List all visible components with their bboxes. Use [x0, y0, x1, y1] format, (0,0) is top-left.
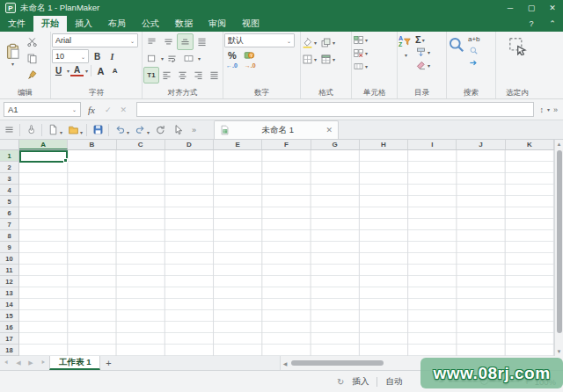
add-decimal-button[interactable]: ←.0 — [226, 62, 238, 69]
row-header[interactable]: 4 — [0, 185, 18, 196]
column-header[interactable]: K — [506, 140, 554, 149]
row-header[interactable]: 7 — [0, 219, 18, 230]
row-header[interactable]: 1 — [0, 150, 18, 162]
horizontal-scroll-thumb[interactable] — [291, 360, 384, 366]
goto-icon[interactable] — [469, 58, 479, 68]
column-header[interactable]: E — [214, 140, 262, 149]
row-header[interactable]: 16 — [0, 322, 18, 333]
calc-mode-indicator[interactable]: 自动 — [385, 376, 402, 388]
column-header[interactable]: H — [360, 140, 408, 149]
column-header[interactable]: D — [165, 140, 214, 149]
menu-tab[interactable]: 布局 — [100, 16, 134, 32]
help-button[interactable]: ? — [521, 16, 542, 32]
row-header[interactable]: 17 — [0, 333, 18, 345]
toolbar-overflow-button[interactable]: » — [192, 126, 196, 134]
italic-button[interactable]: I — [106, 52, 119, 62]
font-color-button[interactable]: A — [70, 66, 84, 76]
row-header[interactable]: 18 — [0, 345, 18, 356]
align-center-button[interactable] — [175, 67, 191, 83]
select-icon[interactable] — [508, 36, 527, 55]
formula-bar-dropdown[interactable]: ▾ — [547, 106, 550, 113]
pointer-mode-button[interactable] — [169, 122, 186, 138]
eraser-icon[interactable] — [415, 60, 427, 71]
scroll-down-icon[interactable]: ▼ — [557, 347, 562, 356]
fill-color-icon[interactable] — [302, 37, 313, 48]
menu-tab[interactable]: 文件 — [0, 16, 33, 32]
replace-button[interactable]: a+b — [468, 35, 480, 43]
confirm-entry-button[interactable]: ✓ — [105, 105, 112, 114]
column-header[interactable]: G — [311, 140, 360, 149]
format-painter-button[interactable] — [24, 67, 40, 83]
row-column-icon[interactable] — [353, 61, 364, 72]
bold-button[interactable]: B — [91, 52, 104, 62]
delete-cells-icon[interactable] — [353, 47, 364, 59]
grow-font-button[interactable]: A — [94, 66, 107, 76]
align-bottom-button[interactable] — [177, 33, 194, 50]
menu-tab[interactable]: 视图 — [234, 16, 267, 32]
open-button[interactable] — [64, 122, 82, 138]
close-document-icon[interactable]: ✕ — [326, 126, 333, 134]
row-header[interactable]: 10 — [0, 253, 18, 265]
last-sheet-icon[interactable]: ⯈ — [37, 356, 49, 370]
row-header[interactable]: 2 — [0, 162, 18, 173]
column-header[interactable]: F — [262, 140, 311, 149]
undo-button[interactable] — [111, 122, 128, 138]
search-again-icon[interactable] — [469, 46, 479, 55]
recalculate-icon[interactable]: ↻ — [337, 377, 344, 387]
number-format-select[interactable]: 默认⌄ — [224, 33, 295, 47]
cut-button[interactable] — [24, 33, 40, 50]
resize-formula-bar-handle[interactable]: ↕ — [539, 105, 544, 114]
scroll-left-icon[interactable]: ◀ — [281, 360, 289, 367]
column-header[interactable]: A — [19, 140, 68, 149]
insert-function-button[interactable]: fx — [88, 105, 95, 115]
cell-style-icon[interactable] — [320, 37, 332, 48]
touch-mode-button[interactable] — [22, 122, 40, 138]
underline-dropdown[interactable]: ▾ — [67, 68, 69, 74]
column-header[interactable]: C — [117, 140, 165, 149]
row-header[interactable]: 8 — [0, 230, 18, 242]
row-header[interactable]: 9 — [0, 242, 18, 253]
scroll-up-icon[interactable]: ▲ — [557, 140, 562, 149]
orientation-button[interactable] — [143, 50, 160, 67]
format-table-icon[interactable] — [320, 54, 332, 65]
underline-button[interactable]: U — [52, 66, 65, 76]
row-header[interactable]: 14 — [0, 299, 18, 310]
formula-input[interactable] — [136, 102, 534, 117]
align-top-button[interactable] — [143, 33, 160, 50]
row-header[interactable]: 13 — [0, 287, 18, 299]
menu-tab[interactable]: 审阅 — [201, 16, 234, 32]
menu-tab[interactable]: 公式 — [134, 16, 167, 32]
active-cell-selection[interactable] — [19, 150, 68, 163]
row-header[interactable]: 11 — [0, 265, 18, 276]
close-button[interactable]: ✕ — [542, 0, 563, 16]
row-header[interactable]: 15 — [0, 310, 18, 322]
vertical-text-button[interactable]: T1 — [143, 67, 159, 83]
align-right-button[interactable] — [190, 67, 206, 83]
sort-dropdown[interactable]: ▾ — [405, 52, 407, 58]
save-button[interactable] — [89, 122, 106, 138]
row-header[interactable]: 12 — [0, 276, 18, 287]
search-icon[interactable] — [448, 36, 464, 53]
document-tab[interactable]: 未命名 1 ✕ — [214, 120, 339, 139]
menu-button[interactable] — [0, 122, 18, 138]
merge-cells-button[interactable] — [180, 50, 197, 67]
vertical-scroll-thumb[interactable] — [557, 150, 562, 333]
sheet-tab[interactable]: 工作表 1 — [49, 356, 100, 370]
repeat-button[interactable] — [151, 122, 169, 138]
cells-area[interactable] — [19, 150, 554, 356]
align-middle-button[interactable] — [160, 33, 177, 50]
menu-tab[interactable]: 开始 — [33, 16, 67, 32]
currency-format-icon[interactable] — [244, 49, 255, 61]
insert-mode-indicator[interactable]: 插入 — [352, 376, 369, 388]
paste-button[interactable]: ▾ — [1, 33, 24, 74]
insert-cells-icon[interactable] — [353, 34, 364, 46]
column-header[interactable]: I — [408, 140, 457, 149]
next-sheet-icon[interactable]: ▶ — [25, 356, 37, 370]
first-sheet-icon[interactable]: ⯇ — [0, 356, 12, 370]
justify-button[interactable] — [194, 33, 210, 50]
copy-button[interactable] — [24, 50, 40, 67]
collapse-ribbon-button[interactable]: ⌃ — [542, 16, 563, 32]
borders-icon[interactable] — [302, 54, 313, 65]
fill-icon[interactable] — [415, 47, 427, 58]
sort-filter-button[interactable]: AZ — [398, 35, 413, 47]
